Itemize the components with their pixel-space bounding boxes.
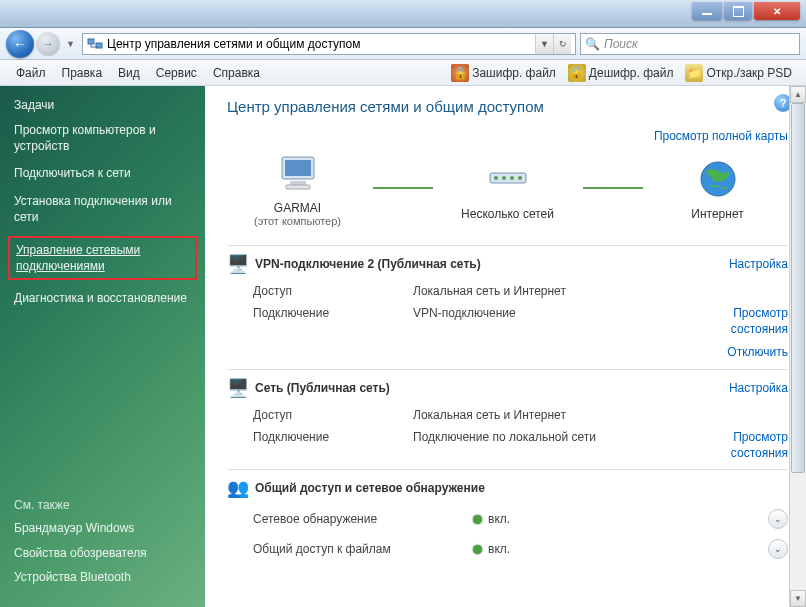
node-net-label: Интернет [653,207,783,221]
forward-button[interactable]: → [36,32,60,56]
hub-icon [443,155,573,203]
nav-history-dropdown[interactable]: ▼ [66,39,78,49]
status-on-icon [473,545,482,554]
vpn-conn-val: VPN-подключение [413,306,698,337]
lan-status-link[interactable]: Просмотр состояния [698,430,788,461]
lan-icon: 🖥️ [227,378,249,398]
svg-rect-6 [290,181,306,185]
svg-rect-7 [286,185,310,189]
menu-edit[interactable]: Правка [54,63,111,83]
full-map-link[interactable]: Просмотр полной карты [654,129,788,143]
network-map: GARMAI (этот компьютер) Несколько сетей … [227,149,788,227]
address-bar[interactable]: Центр управления сетями и общим доступом… [82,33,576,55]
vpn-disconnect-link[interactable]: Отключить [727,345,788,359]
expand-button[interactable]: ⌄ [768,509,788,529]
close-button[interactable] [754,2,800,20]
lan-access-val: Локальная сеть и Интернет [413,408,698,422]
menu-file[interactable]: Файл [8,63,54,83]
minimize-button[interactable] [692,2,722,20]
sidebar-item-firewall[interactable]: Брандмауэр Windows [14,520,194,536]
vpn-section: 🖥️ VPN-подключение 2 (Публичная сеть) На… [227,245,788,369]
svg-rect-5 [285,160,311,176]
lock-open-icon: 🔓 [568,64,586,82]
navbar: ← → ▼ Центр управления сетями и общим до… [0,28,806,60]
sidebar-item-diagnose[interactable]: Диагностика и восстановление [14,290,191,306]
scroll-thumb[interactable] [791,103,805,473]
sharing-icon: 👥 [227,478,249,498]
refresh-button[interactable]: ↻ [553,34,571,54]
menu-help[interactable]: Справка [205,63,268,83]
search-placeholder: Поиск [604,37,638,51]
vpn-access-key: Доступ [253,284,413,298]
lan-access-key: Доступ [253,408,413,422]
node-networks: Несколько сетей [443,155,573,221]
vpn-access-val: Локальная сеть и Интернет [413,284,698,298]
connection-line [373,187,433,189]
discovery-row-files: Общий доступ к файлам вкл. ⌄ [227,534,788,564]
sidebar-item-setup-connection[interactable]: Установка подключения или сети [14,193,191,225]
sharing-section: 👥 Общий доступ и сетевое обнаружение Сет… [227,469,788,568]
pc-icon [233,149,363,197]
node-this-pc: GARMAI (этот компьютер) [233,149,363,227]
search-icon: 🔍 [585,37,600,51]
svg-rect-0 [88,39,94,44]
menu-view[interactable]: Вид [110,63,148,83]
vpn-title: VPN-подключение 2 (Публичная сеть) [255,257,729,271]
svg-point-10 [502,176,506,180]
folder-icon: 📁 [685,64,703,82]
node-mid-label: Несколько сетей [443,207,573,221]
svg-point-9 [494,176,498,180]
lan-conn-key: Подключение [253,430,413,461]
lan-configure-link[interactable]: Настройка [729,381,788,395]
svg-point-11 [510,176,514,180]
discovery-status: вкл. [488,542,510,556]
tasks-heading: Задачи [14,98,191,112]
lan-conn-val: Подключение по локальной сети [413,430,698,461]
sharing-title: Общий доступ и сетевое обнаружение [255,481,788,495]
lock-closed-icon: 🔒 [451,64,469,82]
back-button[interactable]: ← [6,30,34,58]
page-title: Центр управления сетями и общим доступом [227,98,788,115]
scroll-up-button[interactable]: ▲ [790,86,806,103]
node-pc-sublabel: (этот компьютер) [233,215,363,227]
vpn-status-link[interactable]: Просмотр состояния [698,306,788,337]
sidebar-item-connect[interactable]: Подключиться к сети [14,165,191,181]
decrypt-button[interactable]: 🔓 Дешифр. файл [562,62,680,84]
network-icon [87,36,103,52]
vpn-configure-link[interactable]: Настройка [729,257,788,271]
svg-point-12 [518,176,522,180]
content: ? Центр управления сетями и общим доступ… [205,86,806,607]
expand-button[interactable]: ⌄ [768,539,788,559]
encrypt-button[interactable]: 🔒 Зашифр. файл [445,62,562,84]
lan-title: Сеть (Публичная сеть) [255,381,729,395]
lan-section: 🖥️ Сеть (Публичная сеть) Настройка Досту… [227,369,788,469]
node-internet: Интернет [653,155,783,221]
menu-service[interactable]: Сервис [148,63,205,83]
sidebar-item-manage-connections[interactable]: Управление сетевыми подключениями [8,236,197,280]
address-text: Центр управления сетями и общим доступом [107,37,535,51]
node-pc-label: GARMAI [233,201,363,215]
maximize-button[interactable] [724,2,752,20]
sidebar-item-bluetooth[interactable]: Устройства Bluetooth [14,569,194,585]
discovery-status: вкл. [488,512,510,526]
see-also-heading: См. также [14,498,194,512]
sidebar: Задачи Просмотр компьютеров и устройств … [0,86,205,607]
address-dropdown[interactable]: ▼ [535,34,553,54]
status-on-icon [473,515,482,524]
titlebar [0,0,806,28]
discovery-label: Общий доступ к файлам [253,542,473,556]
scroll-down-button[interactable]: ▼ [790,590,806,607]
psd-button[interactable]: 📁 Откр./закр PSD [679,62,798,84]
menubar: Файл Правка Вид Сервис Справка 🔒 Зашифр.… [0,60,806,86]
globe-icon [653,155,783,203]
discovery-row-network: Сетевое обнаружение вкл. ⌄ [227,504,788,534]
search-input[interactable]: 🔍 Поиск [580,33,800,55]
vertical-scrollbar[interactable]: ▲ ▼ [789,86,806,607]
connection-line [583,187,643,189]
vpn-icon: 🖥️ [227,254,249,274]
discovery-label: Сетевое обнаружение [253,512,473,526]
sidebar-item-browser-props[interactable]: Свойства обозревателя [14,545,194,561]
sidebar-item-view-computers[interactable]: Просмотр компьютеров и устройств [14,122,191,154]
vpn-conn-key: Подключение [253,306,413,337]
